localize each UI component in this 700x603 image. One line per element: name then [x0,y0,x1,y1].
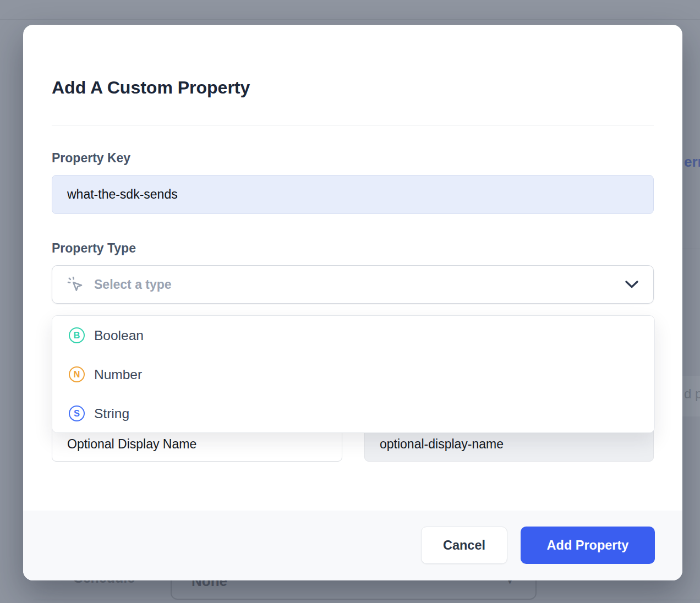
add-property-button[interactable]: Add Property [521,527,655,564]
background-bottom-divider [33,600,700,600]
property-type-select[interactable]: Select a type [52,265,654,304]
property-type-label: Property Type [52,241,136,256]
string-type-icon: S [69,405,85,421]
property-key-input[interactable] [52,175,654,214]
chevron-down-icon [625,280,639,289]
type-option-number[interactable]: N Number [52,355,654,394]
background-link-fragment: erm [684,154,700,171]
type-option-string[interactable]: S String [52,394,654,433]
title-divider [52,125,654,125]
property-key-label: Property Key [52,151,130,166]
type-option-boolean[interactable]: B Boolean [52,316,654,355]
background-header-divider [0,19,700,20]
number-type-icon: N [69,366,85,382]
add-custom-property-dialog: Add A Custom Property Property Key Prope… [23,25,682,580]
background-text-fragment: d p [684,386,700,402]
type-option-label: String [94,406,129,421]
cancel-button[interactable]: Cancel [421,527,507,564]
property-type-dropdown: B Boolean N Number S String [52,315,655,433]
dialog-title: Add A Custom Property [52,78,250,98]
boolean-type-icon: B [69,327,85,343]
type-option-label: Boolean [94,328,144,343]
select-placeholder: Select a type [94,277,172,292]
cursor-click-icon [67,276,84,293]
dialog-footer: Cancel Add Property [23,511,682,580]
type-option-label: Number [94,367,142,382]
